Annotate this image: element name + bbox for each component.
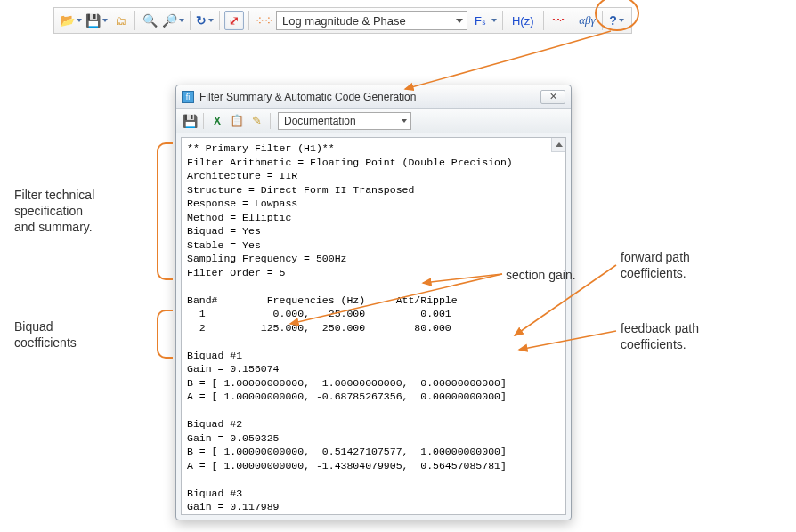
open-button[interactable]: 📂: [59, 11, 83, 30]
close-button[interactable]: ✕: [540, 90, 565, 104]
filter-summary-text: ** Primary Filter (H1)** Filter Arithmet…: [182, 138, 565, 515]
brace-spec: [157, 142, 173, 280]
dialog-save-button[interactable]: 💾: [181, 112, 199, 130]
scatter-icon[interactable]: ⁘⁘: [254, 11, 273, 30]
display-mode-label: Log magnitude & Phase: [282, 14, 406, 28]
export-format-label: Documentation: [284, 115, 356, 127]
line-plot-button[interactable]: ⤢: [224, 11, 244, 30]
sampling-freq-button[interactable]: Fₛ: [470, 11, 498, 30]
wave-icon[interactable]: 〰: [548, 11, 568, 30]
main-toolbar: 📂 💾 🗂 🔍 🔎 ↻ ⤢ ⁘⁘ Log magnitude & Phase F…: [53, 7, 632, 34]
dialog-toolbar: 💾 X 📋 ✎ Documentation: [176, 109, 571, 133]
display-mode-combo[interactable]: Log magnitude & Phase: [276, 11, 467, 30]
dialog-titlebar[interactable]: fi Filter Summary & Automatic Code Gener…: [176, 85, 571, 109]
scroll-up-button[interactable]: [551, 138, 565, 152]
redo-button[interactable]: ↻: [195, 11, 215, 30]
annot-filter-spec: Filter technical specification and summa…: [14, 187, 130, 236]
help-button[interactable]: ?: [607, 11, 627, 30]
annot-section-gain: section gain.: [506, 267, 576, 283]
greek-params-button[interactable]: αβγ: [578, 11, 597, 30]
filter-summary-dialog: fi Filter Summary & Automatic Code Gener…: [175, 85, 572, 520]
dialog-body[interactable]: ** Primary Filter (H1)** Filter Arithmet…: [181, 137, 566, 515]
zoom-out-button[interactable]: 🔎: [161, 11, 185, 30]
dialog-icon: fi: [182, 91, 194, 103]
excel-export-button[interactable]: X: [208, 112, 226, 130]
brace-biquad: [157, 310, 173, 359]
project-folder-button[interactable]: 🗂: [110, 11, 130, 30]
zoom-in-button[interactable]: 🔍: [140, 11, 159, 30]
save-button[interactable]: 💾: [85, 11, 109, 30]
transfer-function-button[interactable]: H(z): [508, 11, 539, 30]
annot-forward: forward path coefficients.: [621, 249, 690, 281]
copy-button[interactable]: 📋: [228, 112, 246, 130]
dialog-title-text: Filter Summary & Automatic Code Generati…: [199, 91, 416, 103]
annot-biquad-coeffs: Biquad coefficients: [14, 318, 130, 351]
annot-feedback: feedback path coefficients.: [621, 320, 699, 352]
edit-button[interactable]: ✎: [248, 112, 265, 130]
export-format-combo[interactable]: Documentation: [278, 112, 411, 130]
